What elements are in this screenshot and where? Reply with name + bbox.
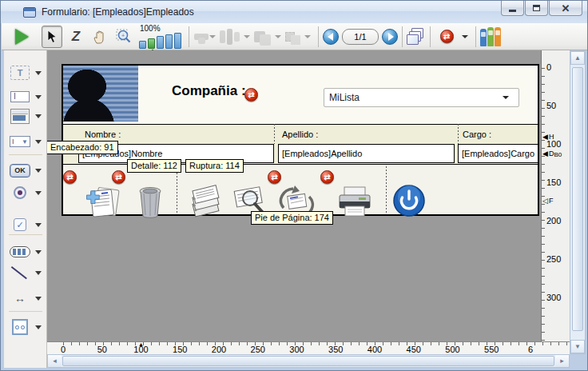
horizontal-scrollbar[interactable]: ◂ ▸: [47, 354, 570, 368]
vertical-scrollbar[interactable]: ▲ ▼: [570, 50, 586, 354]
employee-photo[interactable]: [63, 66, 138, 122]
chevron-down-icon: [35, 297, 42, 301]
entry-order-icon: Z: [72, 29, 80, 45]
horizontal-ruler[interactable]: 0501001502002503003504004505005506▲: [47, 341, 570, 354]
radio-button-tool[interactable]: [10, 185, 45, 201]
object-method-dropdown-icon[interactable]: [462, 35, 468, 38]
group-area-tool[interactable]: [10, 108, 45, 124]
form-design-area[interactable]: Compañia : MiLista Nombre : Apellido : C…: [62, 64, 539, 216]
execute-form-button[interactable]: [11, 26, 32, 48]
vertical-scroll-thumb[interactable]: [572, 67, 583, 331]
method-badge[interactable]: ⇄: [112, 170, 125, 184]
method-badge[interactable]: ⇄: [244, 88, 258, 102]
selection-tool-button[interactable]: [42, 26, 62, 48]
hand-icon: [92, 29, 108, 45]
chevron-down-icon: [503, 96, 509, 99]
zoom-bar-50[interactable]: [139, 41, 146, 49]
form-canvas[interactable]: Compañia : MiLista Nombre : Apellido : C…: [47, 50, 541, 341]
ruler-tick-label: 200: [212, 345, 226, 354]
book-green-icon: [487, 27, 494, 46]
zoom-bar-200[interactable]: [157, 36, 164, 49]
close-button[interactable]: ✕: [549, 1, 582, 16]
plugin-area-tool[interactable]: [10, 319, 45, 335]
footer-band-marker[interactable]: Pie de Página: 174: [251, 211, 333, 225]
entry-order-button[interactable]: Z: [66, 26, 86, 48]
add-record-button[interactable]: [84, 184, 124, 224]
group-tools-disabled: [284, 29, 314, 45]
scroll-down-icon[interactable]: ▼: [570, 340, 585, 353]
break-band-marker[interactable]: Ruptura: 114: [185, 159, 244, 173]
ok-button-tool[interactable]: OK: [10, 162, 45, 178]
scroll-up-icon[interactable]: ▲: [570, 51, 585, 65]
object-method-icon: ⇄: [440, 30, 454, 43]
band-marker-D[interactable]: ◀DB0: [542, 150, 562, 158]
ruler-tick-label: 150: [173, 345, 187, 354]
input-field-tool[interactable]: I: [10, 89, 45, 105]
combo-box-tool[interactable]: I▼: [10, 134, 45, 150]
ruler-cursor-marker: ▲: [138, 341, 144, 347]
method-badge[interactable]: ⇄: [63, 170, 77, 184]
app-window: Formulario: [Empleados]Empleados ✕ Z + 1…: [0, 0, 588, 371]
band-marker-F[interactable]: ◁F: [542, 197, 553, 205]
pan-tool-button[interactable]: [89, 26, 110, 48]
scroll-left-icon[interactable]: ◂: [48, 355, 62, 367]
quit-button[interactable]: [392, 184, 426, 221]
object-method-button[interactable]: ⇄: [436, 26, 457, 48]
horizontal-scroll-thumb[interactable]: [62, 356, 554, 366]
ruler-tick-label: 0: [61, 345, 66, 354]
maximize-button[interactable]: [525, 1, 548, 16]
list-box-tool[interactable]: [10, 244, 45, 260]
header-band-marker[interactable]: Encabezado: 91: [47, 141, 118, 154]
card-stack-icon: [185, 184, 223, 221]
delete-record-button[interactable]: [137, 184, 164, 224]
form-pages-button[interactable]: [407, 28, 426, 46]
chevron-down-icon: [35, 169, 42, 173]
zoom-bar-400[interactable]: [165, 34, 173, 49]
minimize-button[interactable]: [501, 1, 524, 16]
vertical-ruler[interactable]: 050100150200250300◀H◀DB0◁F: [541, 50, 570, 341]
object-toolbar: T I I▼ OK ✓ ↔: [4, 50, 47, 368]
title-bar[interactable]: Formulario: [Empleados]Empleados ✕: [1, 1, 588, 23]
power-icon: [392, 184, 426, 217]
cargo-label: Cargo :: [463, 130, 491, 139]
method-badge[interactable]: ⇄: [268, 170, 281, 184]
chevron-down-icon: [35, 95, 42, 99]
print-button[interactable]: [335, 184, 375, 224]
splitter-tool[interactable]: ↔: [10, 290, 45, 306]
zoom-level-label: 100%: [140, 25, 161, 33]
ruler-tick-label: 50: [97, 345, 107, 354]
browse-records-button[interactable]: [185, 184, 223, 224]
previous-page-button[interactable]: [323, 29, 339, 45]
method-badge[interactable]: ⇄: [320, 170, 334, 184]
footer-separator: [386, 166, 387, 213]
band-marker-H[interactable]: ◀H: [542, 133, 554, 141]
zoom-widget[interactable]: 100% ▲: [139, 25, 181, 49]
next-page-icon: [388, 33, 394, 41]
cursor-arrow-icon: [46, 30, 58, 44]
close-icon: ✕: [562, 3, 570, 14]
company-label: Compañia :: [172, 83, 246, 99]
zoom-bar-800[interactable]: [174, 33, 181, 49]
company-dropdown[interactable]: MiLista: [324, 88, 519, 107]
static-text-tool[interactable]: T: [10, 65, 45, 81]
svg-text:+: +: [121, 32, 125, 38]
company-dropdown-value: MiLista: [329, 92, 360, 103]
window-title: Formulario: [Empleados]Empleados: [42, 6, 194, 18]
nombre-label: Nombre :: [85, 130, 121, 139]
explorer-books-button[interactable]: [480, 27, 501, 46]
maximize-icon: [533, 5, 540, 11]
detail-band-marker[interactable]: Detalle: 112: [127, 159, 181, 173]
scroll-right-icon[interactable]: ▸: [555, 355, 569, 367]
line-tool[interactable]: [10, 265, 45, 281]
apellido-field[interactable]: [Empleados]Apellido: [278, 144, 455, 163]
level-tools-disabled: [253, 28, 284, 46]
cargo-field[interactable]: [Empleados]Cargo: [458, 144, 538, 163]
column-header-band: Nombre : Apellido : Cargo :: [63, 124, 538, 144]
chevron-down-icon: [35, 250, 42, 254]
next-page-button[interactable]: [382, 29, 398, 45]
chevron-down-icon: [35, 71, 42, 75]
zoom-tool-button[interactable]: +: [113, 26, 134, 48]
check-box-tool[interactable]: ✓: [10, 217, 45, 233]
distribute-tools-disabled: [219, 29, 253, 45]
magnifier-icon: +: [116, 29, 132, 45]
